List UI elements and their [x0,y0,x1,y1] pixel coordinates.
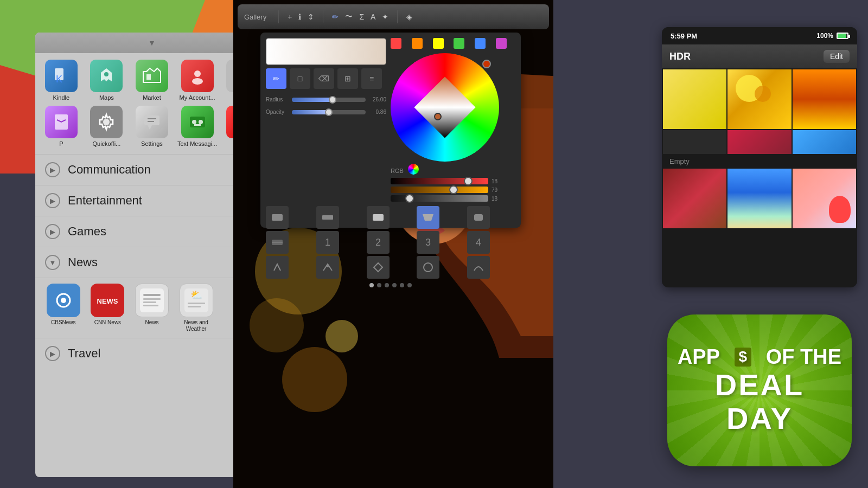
blue-slider[interactable] [391,195,488,202]
rgb-sliders: 18 79 18 [391,178,515,202]
opacity-thumb [325,108,333,116]
dot-4[interactable] [392,283,397,287]
svg-rect-25 [143,294,161,296]
brush-1[interactable] [266,206,289,229]
add-tool-btn[interactable]: + [288,12,292,21]
brush-6[interactable] [266,231,289,254]
badge-dollar: $ [735,348,752,367]
app-of-the-day-badge[interactable]: APP $ OF THE DEAL DAY [667,314,852,466]
sigma-tool-btn[interactable]: Σ [359,12,364,21]
swatch-blue[interactable] [475,38,486,49]
photo-2[interactable] [727,69,791,129]
red-value: 18 [492,178,505,184]
red-slider-row: 18 [391,178,515,184]
app-news[interactable]: News [131,284,173,332]
app-cbsnews[interactable]: CBSNews [43,284,84,332]
eraser-tool-btn[interactable]: ⌫ [314,68,334,89]
app-newsweather[interactable]: ⛅ News and Weather [176,284,217,332]
maps-label: Maps [99,94,114,101]
photo-7[interactable] [727,169,791,228]
swatch-purple[interactable] [496,38,507,49]
brush-8[interactable]: 2 [367,231,390,254]
brush-13[interactable] [367,256,390,279]
brush-9[interactable]: 3 [417,231,439,254]
dot-1[interactable] [369,283,374,287]
app-kindle[interactable]: K Kindle [41,60,82,101]
badge-ofthe-label: OF THE [766,346,841,369]
app-market[interactable]: Market [131,60,173,101]
brush-15[interactable] [467,256,490,279]
brush-12[interactable] [316,256,339,279]
communication-label: Communication [68,163,151,177]
info-tool-btn[interactable]: ℹ [298,12,301,21]
brush-7[interactable]: 1 [316,231,339,254]
app-settings[interactable]: Quickoffi... [86,106,127,147]
brush-tool-btn[interactable]: ✏ [266,68,286,89]
photo-empty[interactable] [663,130,726,154]
panel-tools: ✏ □ ⌫ ⊞ ≡ [266,68,386,89]
brush-3[interactable] [367,206,390,229]
opacity-slider-row: Opacity 0.86 [266,109,386,115]
app-maps[interactable]: Maps [86,60,127,101]
layers-tool-btn[interactable]: ◈ [406,12,412,21]
move-tool-btn[interactable]: ⇕ [308,12,314,21]
radius-value: 26.00 [370,97,386,102]
photo-1[interactable] [663,69,726,129]
green-slider[interactable] [391,187,488,193]
fill-tool-btn[interactable]: ⊞ [337,68,358,89]
gallery-button[interactable]: Gallery [244,13,266,21]
stamp-tool-btn[interactable]: □ [290,68,310,89]
swatch-green[interactable] [454,38,464,49]
svg-point-37 [282,347,347,412]
news-label: News [68,255,98,269]
text-tool-btn[interactable]: A [371,12,375,21]
green-slider-row: 79 [391,187,515,193]
brush-11[interactable] [266,256,289,279]
app-quickoffice[interactable]: P [41,106,82,147]
svg-rect-26 [143,298,161,300]
photo-4[interactable] [727,130,791,154]
red-slider[interactable] [391,178,488,184]
swatch-red[interactable] [391,38,401,49]
pen-tool-btn[interactable]: ✏ [332,12,339,21]
voicemail-icon [181,106,214,138]
app-cnnnews[interactable]: NEWS CNN News [87,284,129,332]
photo-5[interactable] [793,130,856,154]
color-wheel[interactable] [391,53,499,162]
brush-2[interactable] [316,206,339,229]
color-mode-icon[interactable] [408,164,419,175]
photo-8[interactable] [793,169,856,228]
svg-text:K: K [56,74,62,85]
statusbar-right: 100% [816,32,848,40]
app-voicemail[interactable]: Text Messagi... [177,106,218,147]
swatch-yellow[interactable] [433,38,444,49]
opacity-slider[interactable] [292,110,366,114]
dot-2[interactable] [377,283,381,287]
brush-14[interactable] [417,256,439,279]
settings-icon [90,106,123,138]
wave-tool-btn[interactable]: 〜 [345,12,353,22]
photo-6[interactable] [663,169,726,228]
brush-10[interactable]: 4 [467,231,490,254]
dot-6[interactable] [407,283,412,287]
radius-slider-row: Radius 26.00 [266,97,386,102]
star-tool-btn[interactable]: ✦ [382,12,388,21]
brush-5[interactable] [467,206,490,229]
radius-slider[interactable] [292,98,366,102]
dot-3[interactable] [385,283,389,287]
drawing-app-panel: Gallery + ℹ ⇕ ✏ 〜 Σ A ✦ ◈ ✏ □ ⌫ ⊞ ≡ [233,0,553,488]
dot-5[interactable] [400,283,404,287]
swatch-orange[interactable] [412,38,423,49]
svg-rect-44 [322,215,333,220]
app-text[interactable]: Settings [131,106,173,147]
brush-4[interactable] [417,206,439,229]
photo-3[interactable] [793,69,856,129]
news-label2: News [145,319,158,326]
app-myaccount[interactable]: My Account... [177,60,218,101]
status-time: 5:59 PM [671,32,697,40]
list-tool-btn[interactable]: ≡ [361,68,382,89]
color-panel: ✏ □ ⌫ ⊞ ≡ Radius 26.00 Opaci [260,33,521,228]
color-wheel-wrapper[interactable] [391,53,499,162]
svg-rect-31 [188,303,205,304]
edit-button[interactable]: Edit [824,50,850,63]
